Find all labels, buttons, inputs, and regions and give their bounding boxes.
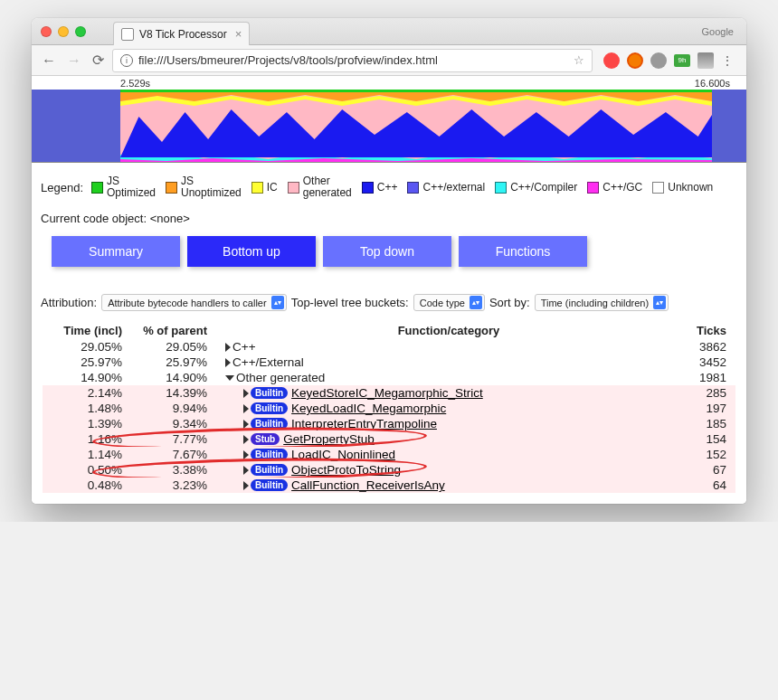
legend-item: C++/GC — [587, 182, 642, 194]
table-row[interactable]: 29.05%29.05%C++3862 — [43, 339, 735, 355]
browser-brand: Google — [702, 26, 734, 37]
legend-text: IC — [267, 182, 278, 194]
expand-icon[interactable] — [243, 404, 249, 413]
function-name[interactable]: CallFunction_ReceiverIsAny — [291, 478, 445, 492]
legend-text: JSOptimized — [107, 175, 156, 199]
buckets-select[interactable]: Code type▴▾ — [413, 294, 485, 311]
cell-ticks: 1981 — [672, 371, 735, 384]
chevron-updown-icon: ▴▾ — [271, 296, 284, 309]
cell-ticks: 3862 — [672, 340, 735, 354]
sort-label: Sort by: — [489, 296, 530, 309]
table-row[interactable]: 1.16%7.77%StubGetPropertyStub154 — [43, 431, 735, 447]
cell-parent: 3.38% — [129, 463, 225, 477]
close-tab-icon[interactable]: × — [235, 27, 242, 41]
function-name[interactable]: KeyedLoadIC_Megamorphic — [291, 402, 446, 415]
table-row[interactable]: 1.14%7.67%BuiltinLoadIC_Noninlined152 — [43, 447, 735, 462]
legend-swatch — [288, 182, 299, 194]
cell-function: BuiltinKeyedLoadIC_Megamorphic — [225, 402, 672, 415]
table-row[interactable]: 2.14%14.39%BuiltinKeyedStoreIC_Megamorph… — [43, 385, 735, 401]
legend-swatch — [495, 182, 507, 194]
cell-ticks: 154 — [672, 432, 735, 446]
browser-menu-icon[interactable]: ⋮ — [721, 53, 734, 68]
function-name[interactable]: InterpreterEntryTrampoline — [291, 417, 437, 430]
code-type-badge: Builtin — [251, 402, 288, 414]
ext-icon-2[interactable] — [627, 52, 643, 69]
expand-icon[interactable] — [243, 481, 249, 490]
view-tabs: SummaryBottom upTop downFunctions — [32, 229, 746, 274]
ext-icon-1[interactable] — [603, 52, 620, 69]
cell-parent: 14.39% — [129, 386, 225, 400]
cell-parent: 7.67% — [129, 448, 225, 461]
expand-icon[interactable] — [225, 375, 234, 381]
function-name[interactable]: KeyedStoreIC_Megamorphic_Strict — [291, 386, 483, 400]
view-tab-top-down[interactable]: Top down — [323, 236, 451, 267]
cell-parent: 7.77% — [129, 432, 225, 446]
ext-icon-4[interactable]: 9h — [674, 54, 690, 67]
cell-function: Other generated — [225, 371, 672, 384]
cell-time: 0.50% — [43, 463, 129, 477]
timeline[interactable]: 2.529s 16.600s — [32, 76, 746, 163]
table-row[interactable]: 0.48%3.23%BuiltinCallFunction_ReceiverIs… — [43, 478, 735, 493]
extension-icons: 9h ⋮ — [598, 52, 739, 69]
cell-function: BuiltinObjectProtoToString — [225, 463, 672, 477]
code-type-badge: Builtin — [251, 387, 288, 399]
ext-icon-5[interactable] — [697, 52, 714, 69]
expand-icon[interactable] — [243, 466, 249, 475]
view-tab-summary[interactable]: Summary — [52, 236, 180, 267]
table-row[interactable]: 14.90%14.90%Other generated1981 — [43, 370, 735, 385]
expand-icon[interactable] — [243, 389, 249, 398]
cell-parent: 25.97% — [129, 355, 225, 369]
function-name[interactable]: GetPropertyStub — [283, 432, 375, 446]
cell-parent: 9.34% — [129, 417, 225, 430]
reload-button[interactable]: ⟳ — [90, 52, 107, 69]
table-row[interactable]: 0.50%3.38%BuiltinObjectProtoToString67 — [43, 462, 735, 478]
url-bar[interactable]: i file:///Users/bmeurer/Projects/v8/tool… — [112, 49, 593, 72]
site-info-icon[interactable]: i — [120, 54, 133, 67]
expand-icon[interactable] — [225, 343, 231, 352]
code-type-badge: Stub — [251, 433, 280, 445]
legend-swatch — [652, 182, 664, 194]
expand-icon[interactable] — [243, 435, 249, 444]
expand-icon[interactable] — [225, 358, 231, 367]
maximize-window-button[interactable] — [75, 26, 86, 37]
close-window-button[interactable] — [41, 26, 52, 37]
cell-parent: 29.05% — [129, 340, 225, 354]
attribution-label: Attribution: — [41, 296, 97, 309]
timeline-dead-right — [712, 90, 746, 162]
code-type-badge: Builtin — [251, 464, 288, 476]
legend-item: C++/Compiler — [495, 182, 577, 194]
ext-icon-3[interactable] — [650, 52, 667, 69]
cell-time: 0.48% — [43, 478, 129, 492]
cell-ticks: 197 — [672, 402, 735, 415]
table-row[interactable]: 25.97%25.97%C++/External3452 — [43, 355, 735, 370]
bookmark-icon[interactable]: ☆ — [574, 53, 584, 67]
function-name[interactable]: ObjectProtoToString — [291, 463, 401, 477]
cell-function: BuiltinCallFunction_ReceiverIsAny — [225, 478, 672, 492]
minimize-window-button[interactable] — [58, 26, 69, 37]
browser-toolbar: ← → ⟳ i file:///Users/bmeurer/Projects/v… — [32, 45, 746, 76]
view-tab-functions[interactable]: Functions — [459, 236, 587, 267]
buckets-label: Top-level tree buckets: — [291, 296, 409, 309]
legend-label: Legend: — [41, 181, 83, 194]
timeline-start: 2.529s — [120, 78, 150, 89]
table-row[interactable]: 1.48%9.94%BuiltinKeyedLoadIC_Megamorphic… — [43, 401, 735, 416]
col-time: Time (incl) — [43, 324, 129, 337]
col-parent: % of parent — [129, 324, 225, 337]
back-button[interactable]: ← — [39, 52, 59, 69]
view-tab-bottom-up[interactable]: Bottom up — [187, 236, 316, 267]
cell-function: C++/External — [225, 355, 672, 369]
expand-icon[interactable] — [243, 450, 249, 459]
sort-select[interactable]: Time (including children)▴▾ — [535, 294, 669, 311]
col-ticks: Ticks — [672, 324, 735, 337]
cell-parent: 9.94% — [129, 402, 225, 415]
function-name[interactable]: LoadIC_Noninlined — [291, 448, 395, 461]
attribution-select[interactable]: Attribute bytecode handlers to caller▴▾ — [101, 294, 287, 311]
legend-swatch — [251, 182, 263, 194]
forward-button[interactable]: → — [64, 52, 84, 69]
expand-icon[interactable] — [243, 420, 249, 429]
table-row[interactable]: 1.39%9.34%BuiltinInterpreterEntryTrampol… — [43, 416, 735, 431]
cell-function: BuiltinLoadIC_Noninlined — [225, 448, 672, 461]
browser-tab[interactable]: V8 Tick Processor × — [113, 22, 250, 45]
legend-text: JSUnoptimized — [181, 175, 242, 199]
cell-time: 29.05% — [43, 340, 129, 354]
